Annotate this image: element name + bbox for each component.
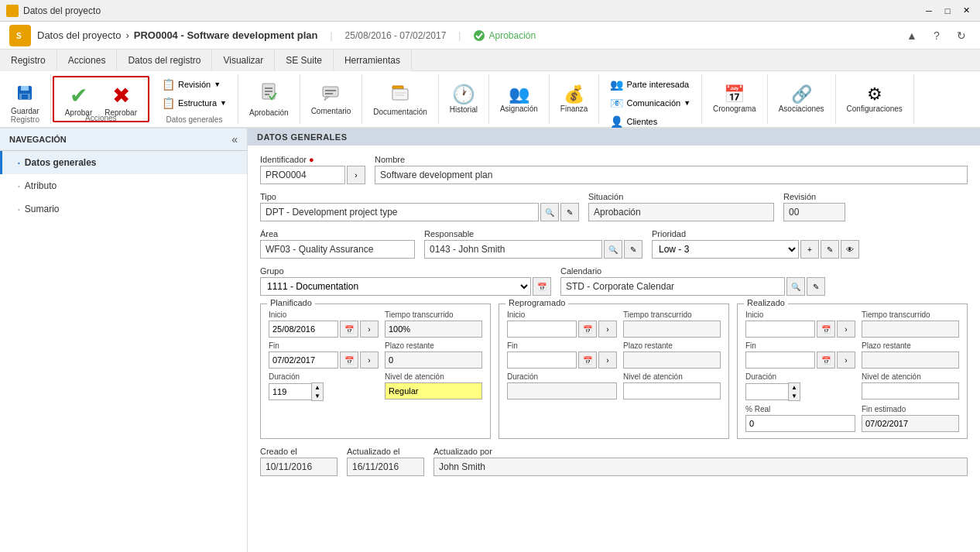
- revision-input: [783, 203, 845, 221]
- cronograma-button[interactable]: 📅 Cronograma: [708, 77, 761, 121]
- configuraciones-button[interactable]: ⚙ Configuraciones: [842, 77, 907, 121]
- area-label: Área: [260, 229, 415, 238]
- finanza-button[interactable]: 💰 Finanza: [556, 77, 593, 121]
- breadcrumb-project[interactable]: PRO0004 - Software development plan: [134, 29, 318, 41]
- tab-acciones[interactable]: Acciones: [57, 50, 118, 71]
- calendario-edit-button[interactable]: ✎: [807, 277, 825, 296]
- grupo-select[interactable]: 1111 - Documentation: [260, 277, 531, 296]
- prioridad-select[interactable]: Low - 3: [652, 240, 799, 259]
- parte-interesada-button[interactable]: 👥 Parte interesada: [605, 76, 694, 93]
- planificado-fin-input[interactable]: [269, 351, 338, 369]
- svg-rect-15: [392, 86, 403, 89]
- reprogramado-nivel-input[interactable]: [623, 382, 721, 399]
- calendario-search-button[interactable]: 🔍: [786, 277, 805, 296]
- sidebar-item-sumario[interactable]: • Sumario: [0, 197, 247, 221]
- guardar-button[interactable]: Guardar: [6, 77, 44, 121]
- sidebar-item-atributo[interactable]: • Atributo: [0, 174, 247, 197]
- asignacion-button[interactable]: 👥 Asignación: [495, 77, 543, 121]
- stepper-down-btn[interactable]: ▼: [312, 392, 323, 400]
- realizado-fin-arrow-btn[interactable]: ›: [837, 351, 855, 369]
- identificador-input[interactable]: [260, 166, 345, 184]
- stepper-down-btn2[interactable]: ▼: [789, 392, 800, 400]
- realizado-inicio-cal-btn[interactable]: 📅: [817, 321, 835, 338]
- content-area: DATOS GENERALES Identificador ● › Nombre: [248, 129, 980, 552]
- field-tipo: Tipo 🔍 ✎: [260, 192, 579, 221]
- responsable-edit-button[interactable]: ✎: [624, 240, 642, 259]
- responsable-search-button[interactable]: 🔍: [604, 240, 622, 259]
- identificador-arrow-button[interactable]: ›: [347, 166, 365, 184]
- aprobacion-button[interactable]: Aprobación: [245, 77, 293, 121]
- realizado-inicio-input[interactable]: [745, 321, 815, 338]
- stepper-up-btn2[interactable]: ▲: [789, 383, 800, 392]
- configuraciones-label: Configuraciones: [847, 105, 903, 113]
- nav-up-button[interactable]: ▲: [903, 26, 921, 45]
- minimize-button[interactable]: ─: [921, 3, 937, 19]
- tab-datos-registro[interactable]: Datos del registro: [117, 50, 212, 71]
- field-creado: Creado el: [260, 447, 338, 476]
- refresh-button[interactable]: ↻: [952, 26, 971, 45]
- realizado-inicio-arrow-btn[interactable]: ›: [837, 321, 855, 338]
- planificado-fin-cal-btn[interactable]: 📅: [340, 351, 358, 369]
- realizado-fin-input[interactable]: [745, 351, 815, 369]
- estructura-button[interactable]: 📋 Estructura ▼: [157, 94, 231, 111]
- reprogramado-inicio-cal-btn[interactable]: 📅: [578, 321, 597, 338]
- ribbon-asociaciones-items: 🔗 Asociaciones: [774, 76, 829, 122]
- reprogramado-inicio-arrow-btn[interactable]: ›: [598, 321, 617, 338]
- comentario-button[interactable]: Comentario: [307, 77, 356, 121]
- planificado-inicio-cal-btn[interactable]: 📅: [340, 321, 358, 338]
- planificado-nivel-input[interactable]: [385, 382, 482, 399]
- revision-button[interactable]: 📋 Revisión ▼: [157, 76, 225, 93]
- area-input[interactable]: [260, 240, 415, 259]
- planificado-fin-arrow-btn[interactable]: ›: [360, 351, 379, 369]
- breadcrumb-module[interactable]: Datos del proyecto: [37, 29, 121, 41]
- comunicacion-button[interactable]: 📧 Comunicación ▼: [605, 94, 695, 111]
- creado-label: Creado el: [260, 447, 338, 456]
- sidebar-collapse-button[interactable]: «: [231, 133, 238, 146]
- realizado-fin-estimado-field: Fin estimado: [862, 405, 959, 432]
- maximize-button[interactable]: □: [940, 3, 955, 19]
- realizado-duracion-input[interactable]: [745, 383, 788, 400]
- stepper-btns: ▲ ▼: [311, 382, 324, 401]
- planificado-inicio-arrow-btn[interactable]: ›: [360, 321, 379, 338]
- tab-sesuite[interactable]: SE Suite: [275, 50, 334, 71]
- planificado-inicio-input[interactable]: [269, 321, 338, 338]
- reprogramado-plazo-field: Plazo restante: [623, 341, 721, 369]
- reprogramado-fin-input[interactable]: [507, 351, 577, 369]
- realizado-pct-input[interactable]: [745, 415, 855, 432]
- asociaciones-button[interactable]: 🔗 Asociaciones: [774, 77, 829, 121]
- x-icon: ✖: [112, 85, 130, 107]
- prioridad-add-button[interactable]: +: [800, 240, 819, 259]
- stepper-up-btn[interactable]: ▲: [312, 383, 323, 392]
- prioridad-edit-button2[interactable]: ✎: [821, 240, 839, 259]
- planificado-duracion-input[interactable]: [269, 383, 311, 400]
- close-button[interactable]: ✕: [958, 3, 974, 19]
- tipo-search-button[interactable]: 🔍: [540, 203, 559, 221]
- documentacion-button[interactable]: Documentación: [368, 77, 431, 121]
- help-button[interactable]: ?: [927, 26, 946, 45]
- tipo-input[interactable]: [260, 203, 539, 221]
- reprogramado-fin-cal-btn[interactable]: 📅: [578, 351, 597, 369]
- realizado-fin-cal-btn[interactable]: 📅: [817, 351, 835, 369]
- grupo-calendar-button[interactable]: 📅: [533, 277, 551, 296]
- reprogramado-title: Reprogramado: [505, 298, 568, 307]
- tipo-input-group: 🔍 ✎: [260, 203, 579, 221]
- nombre-input[interactable]: [375, 166, 968, 184]
- tab-herramientas[interactable]: Herramientas: [334, 50, 412, 71]
- tipo-edit-button[interactable]: ✎: [560, 203, 579, 221]
- realizado-duracion-field: Duración ▲ ▼: [745, 372, 855, 401]
- sidebar-item-datos-generales[interactable]: • Datos generales: [0, 151, 247, 174]
- prioridad-view-button[interactable]: 👁: [841, 240, 859, 259]
- calendario-input[interactable]: [560, 277, 785, 296]
- asociaciones-icon: 🔗: [791, 86, 812, 103]
- tab-registro[interactable]: Registro: [0, 50, 57, 71]
- reprogramado-fin-arrow-btn[interactable]: ›: [598, 351, 617, 369]
- reprogramado-inicio-input[interactable]: [507, 321, 577, 338]
- planificado-fin-label: Fin: [269, 341, 379, 350]
- breadcrumb-separator: ›: [125, 29, 128, 41]
- historial-button[interactable]: 🕐 Historial: [445, 77, 482, 121]
- realizado-nivel-input[interactable]: [862, 382, 959, 399]
- responsable-input[interactable]: [424, 240, 602, 259]
- tab-visualizar[interactable]: Visualizar: [212, 50, 275, 71]
- field-actualizado-por: Actualizado por: [433, 447, 968, 476]
- clientes-button[interactable]: 👤 Clientes: [605, 113, 662, 130]
